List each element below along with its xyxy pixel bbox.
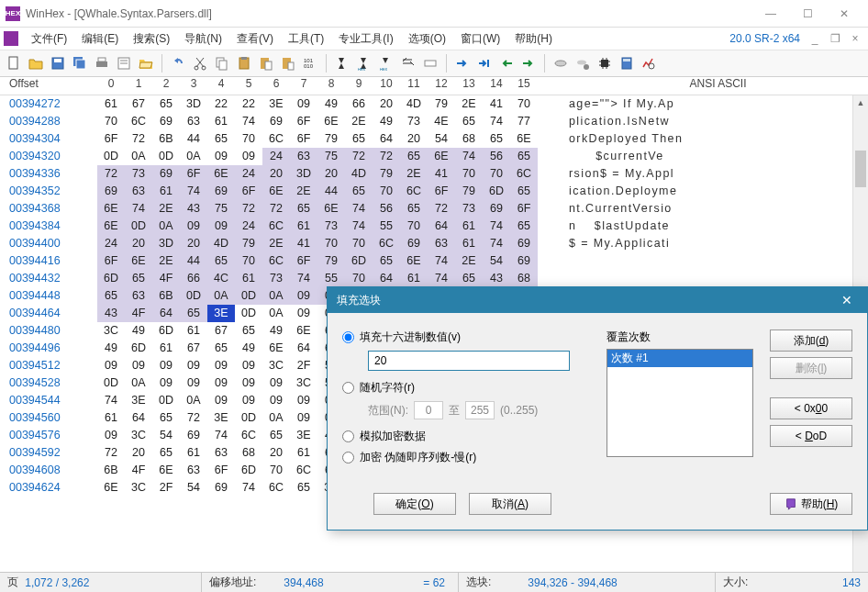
hex-byte[interactable]: 61 [207,113,235,130]
hex-byte[interactable]: 65 [290,200,317,218]
hex-byte[interactable]: 49 [125,322,152,340]
minimize-button[interactable]: — [752,1,789,27]
cancel-button[interactable]: 取消(A) [469,493,551,515]
hex-byte[interactable]: 61 [400,270,428,287]
disk-gear-icon[interactable] [573,53,593,73]
hex-byte[interactable]: 74 [428,252,455,270]
undo-icon[interactable] [168,53,188,73]
menu-protools[interactable]: 专业工具(I) [331,29,400,49]
hex-byte[interactable]: 6C [235,427,262,444]
hex-byte[interactable]: 3D [290,165,317,183]
hex-byte[interactable]: 70 [455,165,483,183]
hex-byte[interactable]: 74 [235,479,262,497]
radio-fill-hex-input[interactable] [342,331,354,343]
menu-edit[interactable]: 编辑(E) [74,29,126,49]
hex-byte[interactable]: 6C [262,479,290,497]
go-back-icon[interactable] [496,53,517,73]
hex-byte[interactable]: 20 [317,165,345,183]
hex-byte[interactable]: 70 [373,183,400,200]
hex-byte[interactable]: 70 [317,235,345,252]
radio-random[interactable]: 随机字符(r) [342,380,590,396]
hex-byte[interactable]: 6C [290,462,317,479]
ascii-cell[interactable]: age=""> If My.Ap [547,95,674,113]
hex-byte[interactable]: 09 [290,392,317,409]
hex-byte[interactable]: 63 [125,287,152,305]
hex-byte[interactable]: 66 [180,270,207,287]
hex-row[interactable]: 003943200D0A0D0A09092463757272656E745665… [0,148,868,165]
hex-byte[interactable]: 4F [152,270,180,287]
hex-byte[interactable]: 72 [262,200,290,218]
analysis-icon[interactable] [639,53,659,73]
hex-byte[interactable]: 09 [207,218,235,235]
hex-byte[interactable]: 65 [455,270,483,287]
hex-byte[interactable]: 64 [290,340,317,357]
hex-byte[interactable]: 0A [180,148,207,165]
hex-byte[interactable]: 74 [455,148,483,165]
hex-byte[interactable]: 65 [125,270,152,287]
ascii-cell[interactable]: nt.CurrentVersio [547,200,673,218]
hex-byte[interactable]: 49 [262,322,290,340]
hex-byte[interactable]: 6F [510,200,538,218]
hex-byte[interactable]: 79 [235,235,262,252]
radio-fill-hex[interactable]: 填充十六进制数值(v) [342,330,590,345]
hex-byte[interactable]: 73 [455,200,483,218]
hex-byte[interactable]: 24 [235,218,262,235]
close-button[interactable]: ✕ [826,1,862,27]
hex-byte[interactable]: 20 [262,444,290,462]
hex-row[interactable]: 003943046F726B4465706C6F796564205468656E… [0,130,868,148]
hex-byte[interactable]: 3C [262,357,290,374]
hex-byte[interactable]: 74 [345,218,373,235]
hex-byte[interactable]: 4F [125,305,152,322]
radio-encrypt-input[interactable] [342,452,354,464]
hex-byte[interactable]: 3C [125,427,152,444]
ascii-cell[interactable]: plication.IsNetw [547,113,670,130]
hex-byte[interactable]: 61 [455,218,483,235]
hex-byte[interactable]: 63 [290,148,317,165]
hex-byte[interactable]: 79 [373,165,400,183]
hex-byte[interactable]: 6F [235,183,262,200]
hex-byte[interactable]: 6F [97,130,125,148]
hex-byte[interactable]: 44 [317,183,345,200]
hex-byte[interactable]: 49 [235,340,262,357]
hex-byte[interactable]: 67 [125,95,152,113]
hex-byte[interactable]: 74 [483,235,510,252]
hex-byte[interactable]: 72 [345,148,373,165]
hex-value-input[interactable] [368,351,570,371]
hex-byte[interactable]: 44 [180,252,207,270]
hex-byte[interactable]: 69 [152,113,180,130]
ascii-cell[interactable]: orkDeployed Then [547,130,683,148]
hex-byte[interactable]: 6F [290,252,317,270]
hex-byte[interactable]: 61 [180,322,207,340]
hex-byte[interactable]: 67 [207,322,235,340]
hex-byte[interactable]: 69 [510,252,538,270]
hex-byte[interactable]: 79 [428,95,455,113]
hex-byte[interactable]: 63 [428,235,455,252]
hex-byte[interactable]: 4D [207,235,235,252]
hex-byte[interactable]: 2E [345,113,373,130]
hex-byte[interactable]: 74 [428,270,455,287]
hex-byte[interactable]: 3D [180,95,207,113]
hex-byte[interactable]: 3C [97,322,125,340]
hex-byte[interactable]: 65 [373,252,400,270]
hex-byte[interactable]: 6D [483,183,510,200]
hex-byte[interactable]: 09 [125,357,152,374]
cut-icon[interactable] [190,53,210,73]
hex-byte[interactable]: 73 [125,165,152,183]
hex-byte[interactable]: 65 [207,252,235,270]
hex-byte[interactable]: 6C [262,130,290,148]
hex-byte[interactable]: 68 [235,444,262,462]
hex-byte[interactable]: 22 [207,95,235,113]
hex-byte[interactable]: 65 [207,130,235,148]
hex-row[interactable]: 0039435269636174696F6E2E4465706C6F796D65… [0,183,868,200]
hex-byte[interactable]: 64 [152,305,180,322]
new-file-icon[interactable] [4,53,24,73]
hex-byte[interactable]: 6C [125,113,152,130]
hex-byte[interactable]: 6E [207,165,235,183]
menu-search[interactable]: 搜索(S) [126,29,177,49]
hex-byte[interactable]: 4E [428,113,455,130]
hex-byte[interactable]: 24 [235,165,262,183]
hex-byte[interactable]: 65 [152,444,180,462]
hex-byte[interactable]: 6E [510,130,538,148]
find-icon[interactable] [332,53,352,73]
hex-byte[interactable]: 65 [207,340,235,357]
